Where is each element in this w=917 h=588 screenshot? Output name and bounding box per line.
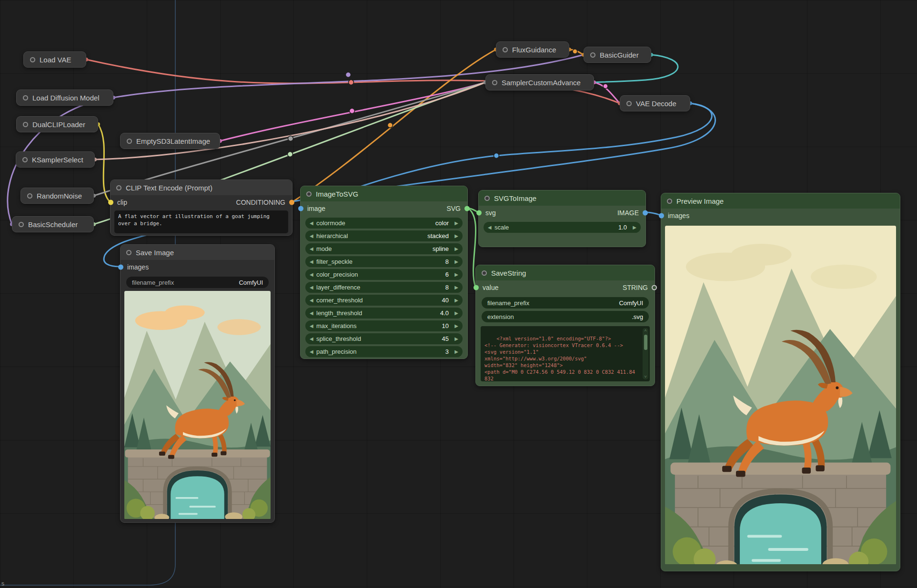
right-arrow-icon[interactable]: ▶ [452,323,458,329]
widget-filename-prefix[interactable]: filename_prefix ComfyUI [126,277,269,288]
collapse-dot-icon[interactable] [19,222,24,227]
reroute-dot[interactable] [288,152,293,157]
node-load-vae[interactable]: Load VAE [23,51,86,68]
collapse-dot-icon[interactable] [127,139,132,144]
node-image-to-svg[interactable]: ImageToSVG image SVG ◀ colormode color ▶… [300,186,468,359]
node-dual-clip-loader[interactable]: DualCLIPLoader [16,116,98,132]
collapse-dot-icon[interactable] [503,47,508,52]
widget-color-precision[interactable]: ◀ color_precision 6 ▶ [305,269,463,280]
collapse-dot-icon[interactable] [116,185,121,190]
collapse-dot-icon[interactable] [23,95,28,100]
output-slot-string[interactable] [652,285,657,290]
left-arrow-icon[interactable]: ◀ [310,285,316,290]
widget-splice-threshold[interactable]: ◀ splice_threshold 45 ▶ [305,333,463,344]
node-header[interactable]: Preview Image [661,193,900,209]
scrollbar-thumb[interactable] [644,335,647,350]
reroute-dot[interactable] [346,72,351,78]
right-arrow-icon[interactable]: ▶ [452,220,458,226]
widget-max-iterations[interactable]: ◀ max_iterations 10 ▶ [305,320,463,331]
node-save-image[interactable]: Save Image images filename_prefix ComfyU… [120,244,275,523]
widget-layer-difference[interactable]: ◀ layer_difference 8 ▶ [305,282,463,293]
widget-filter-speckle[interactable]: ◀ filter_speckle 8 ▶ [305,256,463,267]
reroute-dot[interactable] [288,136,293,141]
right-arrow-icon[interactable]: ▶ [630,225,636,230]
collapse-dot-icon[interactable] [590,52,595,58]
output-slot-image[interactable] [643,210,648,216]
input-slot-value[interactable] [474,285,479,290]
right-arrow-icon[interactable]: ▶ [452,349,458,354]
preview-image-area[interactable] [665,226,896,564]
right-arrow-icon[interactable]: ▶ [452,272,458,277]
reroute-dot[interactable] [603,84,608,89]
reroute-dot[interactable] [350,109,355,114]
right-arrow-icon[interactable]: ▶ [452,285,458,290]
scroll-up-icon[interactable]: ˄ [644,329,646,333]
widget-extension[interactable]: extension .svg [482,311,649,322]
collapse-dot-icon[interactable] [30,57,35,62]
widget-length-threshold[interactable]: ◀ length_threshold 4.0 ▶ [305,308,463,319]
node-flux-guidance[interactable]: FluxGuidance [496,41,569,58]
right-arrow-icon[interactable]: ▶ [452,233,458,239]
node-header[interactable]: CLIP Text Encode (Prompt) [111,180,292,195]
right-arrow-icon[interactable]: ▶ [452,298,458,303]
right-arrow-icon[interactable]: ▶ [452,336,458,341]
node-empty-sd3-latent-image[interactable]: EmptySD3LatentImage [120,133,220,149]
input-slot-images[interactable] [118,265,123,270]
collapse-dot-icon[interactable] [306,191,312,197]
node-svg-to-image[interactable]: SVGToImage svg IMAGE ◀ scale 1.0 ▶ [478,190,646,247]
collapse-dot-icon[interactable] [626,101,632,106]
node-sampler-custom-advance[interactable]: SamplerCustomAdvance [485,74,594,90]
collapse-dot-icon[interactable] [492,80,497,85]
output-slot-svg[interactable] [464,206,470,211]
left-arrow-icon[interactable]: ◀ [310,336,316,341]
input-slot-svg[interactable] [476,210,482,216]
node-load-diffusion-model[interactable]: Load Diffusion Model [16,90,113,106]
node-random-noise[interactable]: RandomNoise [20,188,94,204]
reroute-dot[interactable] [494,153,499,159]
input-slot-clip[interactable] [108,200,113,205]
string-preview-textarea[interactable]: <?xml version="1.0" encoding="UTF-8"?> <… [481,326,650,381]
reroute-dot[interactable] [349,80,354,85]
input-slot-image[interactable] [298,206,303,211]
right-arrow-icon[interactable]: ▶ [452,259,458,264]
node-basic-guider[interactable]: BasicGuider [584,47,651,63]
widget-hierarchical[interactable]: ◀ hierarchical stacked ▶ [305,230,463,241]
output-slot-conditioning[interactable] [289,200,294,205]
right-arrow-icon[interactable]: ▶ [452,246,458,251]
node-header[interactable]: ImageToSVG [301,186,467,201]
scroll-down-icon[interactable]: ˅ [644,375,646,379]
right-arrow-icon[interactable]: ▶ [452,310,458,316]
left-arrow-icon[interactable]: ◀ [310,349,316,354]
collapse-dot-icon[interactable] [126,250,131,255]
node-clip-text-encode[interactable]: CLIP Text Encode (Prompt) clip CONDITION… [110,179,292,236]
left-arrow-icon[interactable]: ◀ [310,259,316,264]
node-header[interactable]: SaveString [476,265,655,280]
widget-filename-prefix[interactable]: filename_prefix ComfyUI [482,297,649,309]
widget-scale[interactable]: ◀ scale 1.0 ▶ [484,222,641,233]
left-arrow-icon[interactable]: ◀ [310,272,316,277]
node-header[interactable]: Save Image [121,245,274,260]
node-vae-decode[interactable]: VAE Decode [620,95,690,111]
collapse-dot-icon[interactable] [23,122,28,127]
collapse-dot-icon[interactable] [667,199,672,204]
node-basic-scheduler[interactable]: BasicScheduler [12,216,94,232]
collapse-dot-icon[interactable] [22,157,28,162]
left-arrow-icon[interactable]: ◀ [310,310,316,316]
reroute-dot[interactable] [388,123,393,128]
collapse-dot-icon[interactable] [484,196,490,201]
comfyui-node-graph-canvas[interactable]: { "canvas": {"corner_label": "s"}, "icon… [0,0,917,588]
saved-image-preview[interactable] [124,291,271,519]
left-arrow-icon[interactable]: ◀ [310,233,316,239]
reroute-dot[interactable] [573,49,577,54]
widget-mode[interactable]: ◀ mode spline ▶ [305,243,463,254]
widget-colormode[interactable]: ◀ colormode color ▶ [305,218,463,229]
node-header[interactable]: SVGToImage [479,190,645,206]
input-slot-images[interactable] [659,213,664,219]
left-arrow-icon[interactable]: ◀ [310,220,316,226]
left-arrow-icon[interactable]: ◀ [488,225,494,230]
scrollbar[interactable]: ˄˅ [643,328,648,379]
node-save-string[interactable]: SaveString value STRING filename_prefix … [475,265,655,386]
collapse-dot-icon[interactable] [482,270,487,276]
left-arrow-icon[interactable]: ◀ [310,246,316,251]
widget-corner-threshold[interactable]: ◀ corner_threshold 40 ▶ [305,295,463,306]
